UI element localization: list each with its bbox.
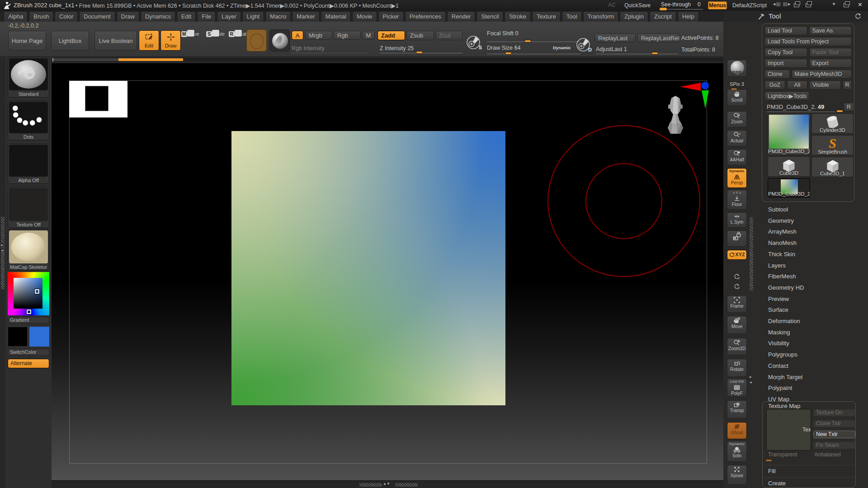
menu-document[interactable]: Document [79,11,115,22]
shelf-item-texture-off[interactable]: Texture Off [8,187,49,228]
menu-movie[interactable]: Movie [352,11,377,22]
scroll-button[interactable]: Scroll [727,89,747,106]
lightbox-button[interactable]: LightBox [51,31,89,51]
rgb-button[interactable]: Rgb [334,31,361,40]
subpalette-thick-skin[interactable]: Thick Skin [762,249,854,260]
live-boolean-button[interactable]: Live Boolean [94,31,137,51]
actual-button[interactable]: x1Actual [727,130,747,146]
menu-layer[interactable]: Layer [217,11,241,22]
tool-thumb-pm3d-cube3d-2[interactable]: PM3D_Cube3D_2 [768,113,810,155]
z-intensity-knob[interactable] [416,51,423,54]
menu-edit[interactable]: Edit [177,11,196,22]
aahalf-button[interactable]: AAHalf [727,149,747,165]
menu-stencil[interactable]: Stencil [476,11,503,22]
subpalette-geometry-hd[interactable]: Geometry HD [762,282,854,293]
tile-windows-icon[interactable] [806,3,811,7]
lockcam-button[interactable] [727,230,747,247]
menu-file[interactable]: File [197,11,216,22]
menu-help[interactable]: Help [678,11,699,22]
tool-thumb-cube3d[interactable]: Cube3D [768,156,810,177]
menu-stroke[interactable]: Stroke [505,11,531,22]
subpalette-subtool[interactable]: Subtool [762,204,854,215]
alternate-button[interactable]: Alternate [8,359,49,368]
replay-last-button[interactable]: ReplayLast [594,33,636,42]
restore-button[interactable] [844,3,849,7]
xpose-button[interactable]: Xpose [727,465,747,485]
texture-map-thumbnail[interactable]: Tex [766,409,811,450]
canvas-top-scrollbar[interactable] [52,58,723,61]
main-color-swatch[interactable] [8,327,28,347]
menu-draw[interactable]: Draw [117,11,139,22]
axis-x-arrow[interactable] [680,83,701,91]
shelf-item-dots[interactable]: Dots [8,100,49,141]
subpalette-masking[interactable]: Masking [762,327,854,338]
subpalette-deformation[interactable]: Deformation [762,316,854,327]
zsub-button[interactable]: Zsub [406,31,434,40]
subpalette-visibility[interactable]: Visibility [762,338,854,349]
tool-thumb-simplebrush[interactable]: SSimpleBrush [811,135,854,155]
stroke-picker-button[interactable]: S [464,33,482,51]
gz-rotate-icon[interactable]: z [727,283,747,290]
draw-button[interactable]: Draw [160,30,181,51]
tool-thumb-pm3d-cube3d-2[interactable]: PM3D_Cube3D_2 [768,178,810,197]
make-polymesh3d-button[interactable]: Make PolyMesh3D [792,70,852,79]
load-tool-button[interactable]: Load Tool [764,26,807,35]
polyf-button[interactable]: Line FillPolyF [727,379,747,397]
transparent-slider[interactable]: Transparent [768,451,797,458]
bpr-render-button[interactable]: BPR [727,60,747,77]
menus-button[interactable]: Menus [708,1,727,9]
load-tools-from-project-button[interactable]: Load Tools From Project [764,37,852,46]
menu-dynamics[interactable]: Dynamics [141,11,175,22]
menu-brush[interactable]: Brush [29,11,53,22]
active-tool-slider[interactable]: PM3D_Cube3D_2. 49 [767,103,824,110]
menu-tool[interactable]: Tool [562,11,582,22]
zcut-button[interactable]: Zcut [435,31,462,40]
subpalette-fibermesh[interactable]: FiberMesh [762,271,854,282]
zoom-button[interactable]: Zoom [727,111,747,127]
axis-z-dot[interactable] [701,82,709,89]
draw-size-knob[interactable] [505,52,512,55]
texture-map-title[interactable]: Texture Map [768,403,801,409]
depth-mask-button[interactable]: D [574,35,592,53]
floor-button[interactable]: x Y zFloor [727,190,747,210]
adjust-last-slider[interactable]: AdjustLast 1 [596,46,627,52]
transp-button[interactable]: Transp [727,400,747,418]
color-marker[interactable] [35,289,39,294]
move-button[interactable]: M Move [182,31,204,37]
goz-button[interactable]: GoZ [764,80,785,89]
clone-txtr-button[interactable]: Clone Txtr [813,420,855,427]
secondary-color-swatch[interactable] [29,327,49,347]
restore-config-icon[interactable] [854,13,861,19]
visible-button[interactable]: Visible [809,80,841,89]
solo-button[interactable]: DynamicSolo [727,441,747,462]
save-as-button[interactable]: Save As [809,26,852,35]
tool-r-button[interactable]: R [844,103,854,112]
menu-alpha[interactable]: Alpha [4,11,28,22]
r-button[interactable]: R [843,80,852,89]
menu-zscript[interactable]: Zscript [650,11,676,22]
shelf-item-matcap-skeletor[interactable]: MatCap Skeletor [8,229,49,271]
persp-button[interactable]: DynamicPersp [727,168,747,188]
fix-seam-button[interactable]: Fix Seam [813,441,855,449]
menu-light[interactable]: Light [242,11,264,22]
close-button[interactable]: × [858,0,862,8]
subpalette-geometry[interactable]: Geometry [762,216,854,226]
transparent-knob[interactable] [765,459,772,462]
gradient-toggle[interactable]: Gradient [8,317,49,324]
subpalette-morph-target[interactable]: Morph Target [762,372,854,383]
menu-transform[interactable]: Transform [583,11,619,22]
replay-last-rel-button[interactable]: ReplayLastRel [637,33,679,42]
tablet-dock-right-icon[interactable]: ||||► [783,2,791,6]
rotate-button[interactable]: Rotate [727,359,747,377]
cascade-windows-icon[interactable] [794,3,799,7]
lightbox-tools-button[interactable]: Lightbox▶Tools [764,91,809,100]
gy-rotate-icon[interactable]: y [727,273,747,280]
shelf-item-alpha-off[interactable]: Alpha Off [8,143,49,184]
xyz-button[interactable]: XYZ [727,250,747,260]
move-button[interactable]: Move [727,316,747,334]
canvas[interactable] [52,63,723,480]
quicksave-button[interactable]: QuickSave [622,1,653,9]
mrgb-button[interactable]: Mrgb [305,31,332,40]
m-button[interactable]: M [362,31,375,40]
focal-shift-knob[interactable] [524,40,531,42]
